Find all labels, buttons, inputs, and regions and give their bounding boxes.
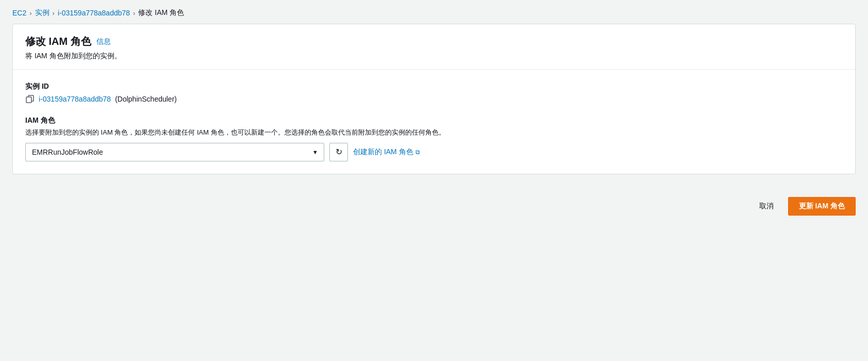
breadcrumb-ec2[interactable]: EC2 <box>12 9 26 17</box>
info-link[interactable]: 信息 <box>96 37 111 46</box>
iam-role-description: 选择要附加到您的实例的 IAM 角色，如果您尚未创建任何 IAM 角色，也可以新… <box>25 127 843 138</box>
create-role-link[interactable]: 创建新的 IAM 角色 ⧉ <box>353 147 420 157</box>
card-title-row: 修改 IAM 角色 信息 <box>25 35 843 48</box>
breadcrumb-sep-1: › <box>29 9 31 17</box>
refresh-icon: ↻ <box>336 147 342 157</box>
iam-role-label: IAM 角色 <box>25 116 843 125</box>
iam-role-controls: EMRRunJobFlowRole ▼ ↻ 创建新的 IAM 角色 ⧉ <box>25 143 843 161</box>
iam-role-select[interactable]: EMRRunJobFlowRole <box>25 143 324 161</box>
breadcrumb-instance-id[interactable]: i-03159a778a8addb78 <box>58 9 130 17</box>
refresh-button[interactable]: ↻ <box>329 143 348 161</box>
breadcrumb-instances[interactable]: 实例 <box>35 8 49 18</box>
card-body: 实例 ID i-03159a778a8addb78 (DolphinSchedu… <box>13 70 855 174</box>
instance-id-label: 实例 ID <box>25 82 843 91</box>
instance-id-row: i-03159a778a8addb78 (DolphinScheduler) <box>25 94 843 104</box>
svg-rect-1 <box>26 97 31 103</box>
footer: 取消 更新 IAM 角色 <box>0 187 868 226</box>
breadcrumb-sep-3: › <box>133 9 135 17</box>
instance-name: (DolphinScheduler) <box>115 95 177 103</box>
create-role-link-text: 创建新的 IAM 角色 <box>353 147 413 157</box>
card-subtitle: 将 IAM 角色附加到您的实例。 <box>25 52 843 61</box>
breadcrumb-sep-2: › <box>53 9 55 17</box>
cancel-button[interactable]: 取消 <box>753 198 780 215</box>
card-header: 修改 IAM 角色 信息 将 IAM 角色附加到您的实例。 <box>13 24 855 70</box>
breadcrumb: EC2 › 实例 › i-03159a778a8addb78 › 修改 IAM … <box>0 0 868 24</box>
copy-icon[interactable] <box>25 94 35 104</box>
page-title: 修改 IAM 角色 <box>25 35 91 48</box>
instance-id-link[interactable]: i-03159a778a8addb78 <box>39 95 111 103</box>
main-card: 修改 IAM 角色 信息 将 IAM 角色附加到您的实例。 实例 ID i-03… <box>12 24 856 174</box>
external-link-icon: ⧉ <box>415 149 420 156</box>
update-iam-role-button[interactable]: 更新 IAM 角色 <box>788 197 856 216</box>
role-select-wrapper: EMRRunJobFlowRole ▼ <box>25 143 324 161</box>
breadcrumb-current: 修改 IAM 角色 <box>138 8 184 18</box>
